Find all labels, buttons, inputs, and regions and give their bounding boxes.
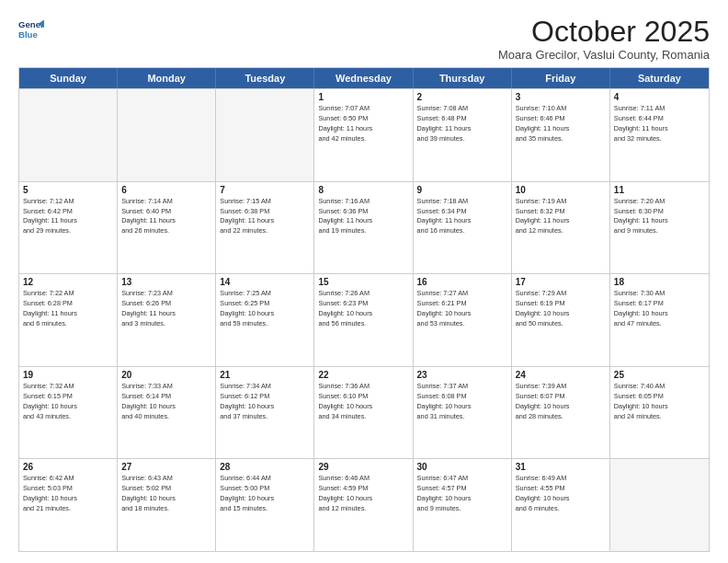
header: General Blue October 2025 Moara Grecilor… [18,17,710,62]
cell-text: Sunset: 5:00 PM [220,484,310,494]
cell-text: Daylight: 11 hours [417,124,507,134]
calendar-cell: 13Sunrise: 7:23 AMSunset: 6:26 PMDayligh… [118,274,216,366]
cell-text: Daylight: 10 hours [516,402,606,412]
day-number: 9 [417,185,507,195]
cell-text: Sunrise: 7:33 AM [121,382,211,392]
calendar-cell: 28Sunrise: 6:44 AMSunset: 5:00 PMDayligh… [216,459,314,551]
cell-text: Daylight: 11 hours [121,216,211,226]
day-number: 25 [614,370,705,380]
cell-text: Sunset: 6:21 PM [417,299,507,309]
cell-text: Sunrise: 7:12 AM [23,197,113,207]
day-number: 11 [614,185,705,195]
cell-text: Sunrise: 7:29 AM [516,289,606,299]
logo: General Blue [18,17,44,42]
cell-text: and 12 minutes. [318,504,408,514]
header-cell-tuesday: Tuesday [216,68,314,88]
cell-text: Sunrise: 7:16 AM [318,197,408,207]
day-number: 13 [121,277,211,287]
cell-text: Daylight: 10 hours [318,309,408,319]
cell-text: Sunrise: 7:30 AM [614,289,705,299]
cell-text: Sunset: 6:15 PM [23,392,113,402]
cell-text: Sunset: 5:03 PM [23,484,113,494]
cell-text: Daylight: 10 hours [516,309,606,319]
cell-text: Daylight: 11 hours [417,216,507,226]
month-title: October 2025 [498,17,710,46]
calendar-cell: 7Sunrise: 7:15 AMSunset: 6:38 PMDaylight… [216,182,314,274]
calendar-cell [216,89,314,181]
cell-text: Sunrise: 7:34 AM [220,382,310,392]
calendar-cell: 26Sunrise: 6:42 AMSunset: 5:03 PMDayligh… [19,459,118,551]
day-number: 27 [121,462,211,472]
day-number: 12 [23,277,113,287]
header-cell-wednesday: Wednesday [314,68,413,88]
cell-text: Sunset: 6:10 PM [318,392,408,402]
cell-text: Sunrise: 7:19 AM [516,197,606,207]
cell-text: Daylight: 11 hours [23,309,113,319]
cell-text: Daylight: 10 hours [417,402,507,412]
calendar-cell: 25Sunrise: 7:40 AMSunset: 6:05 PMDayligh… [610,367,709,459]
cell-text: Sunset: 6:50 PM [318,114,408,124]
calendar-cell: 12Sunrise: 7:22 AMSunset: 6:28 PMDayligh… [19,274,118,366]
calendar-cell: 20Sunrise: 7:33 AMSunset: 6:14 PMDayligh… [118,367,216,459]
cell-text: and 35 minutes. [516,134,606,144]
cell-text: Daylight: 10 hours [614,309,705,319]
cell-text: and 47 minutes. [614,319,705,329]
title-block: October 2025 Moara Grecilor, Vaslui Coun… [498,17,710,62]
cell-text: Sunset: 6:12 PM [220,392,310,402]
cell-text: Daylight: 10 hours [220,402,310,412]
calendar-cell: 1Sunrise: 7:07 AMSunset: 6:50 PMDaylight… [314,89,413,181]
calendar-cell: 22Sunrise: 7:36 AMSunset: 6:10 PMDayligh… [314,367,413,459]
day-number: 5 [23,185,113,195]
cell-text: Sunset: 6:08 PM [417,392,507,402]
cell-text: and 32 minutes. [614,134,705,144]
calendar-cell: 29Sunrise: 6:46 AMSunset: 4:59 PMDayligh… [314,459,413,551]
subtitle: Moara Grecilor, Vaslui County, Romania [498,48,710,62]
day-number: 6 [121,185,211,195]
cell-text: Sunset: 6:28 PM [23,299,113,309]
cell-text: Sunset: 6:30 PM [614,207,705,217]
cell-text: Sunrise: 7:18 AM [417,197,507,207]
day-number: 18 [614,277,705,287]
cell-text: and 53 minutes. [417,319,507,329]
calendar-cell: 10Sunrise: 7:19 AMSunset: 6:32 PMDayligh… [512,182,610,274]
cell-text: Sunset: 6:17 PM [614,299,705,309]
day-number: 17 [516,277,606,287]
calendar-cell: 15Sunrise: 7:26 AMSunset: 6:23 PMDayligh… [314,274,413,366]
day-number: 8 [318,185,408,195]
cell-text: Daylight: 10 hours [318,494,408,504]
cell-text: Sunrise: 6:46 AM [318,474,408,484]
calendar-cell: 30Sunrise: 6:47 AMSunset: 4:57 PMDayligh… [414,459,512,551]
cell-text: Sunset: 6:26 PM [121,299,211,309]
cell-text: Sunset: 6:19 PM [516,299,606,309]
cell-text: Daylight: 11 hours [318,124,408,134]
day-number: 23 [417,370,507,380]
cell-text: Sunrise: 7:10 AM [516,104,606,114]
cell-text: Sunset: 6:48 PM [417,114,507,124]
day-number: 30 [417,462,507,472]
cell-text: Sunset: 6:34 PM [417,207,507,217]
calendar-cell: 4Sunrise: 7:11 AMSunset: 6:44 PMDaylight… [610,89,709,181]
calendar-cell: 9Sunrise: 7:18 AMSunset: 6:34 PMDaylight… [414,182,512,274]
cell-text: Daylight: 11 hours [516,124,606,134]
cell-text: Sunrise: 6:43 AM [121,474,211,484]
cell-text: Sunrise: 7:23 AM [121,289,211,299]
cell-text: Sunset: 6:05 PM [614,392,705,402]
cell-text: Sunset: 6:14 PM [121,392,211,402]
calendar-cell: 17Sunrise: 7:29 AMSunset: 6:19 PMDayligh… [512,274,610,366]
cell-text: Sunrise: 7:32 AM [23,382,113,392]
calendar-cell: 5Sunrise: 7:12 AMSunset: 6:42 PMDaylight… [19,182,118,274]
calendar-cell: 8Sunrise: 7:16 AMSunset: 6:36 PMDaylight… [314,182,413,274]
calendar-cell: 24Sunrise: 7:39 AMSunset: 6:07 PMDayligh… [512,367,610,459]
cell-text: Daylight: 11 hours [614,124,705,134]
cell-text: and 26 minutes. [121,226,211,236]
cell-text: Sunset: 5:02 PM [121,484,211,494]
cell-text: Sunrise: 7:26 AM [318,289,408,299]
cell-text: and 56 minutes. [318,319,408,329]
calendar-cell [118,89,216,181]
cell-text: Sunrise: 6:47 AM [417,474,507,484]
cell-text: and 31 minutes. [417,412,507,422]
cell-text: Sunrise: 6:42 AM [23,474,113,484]
cell-text: and 42 minutes. [318,134,408,144]
cell-text: and 24 minutes. [614,412,705,422]
cell-text: Sunrise: 7:20 AM [614,197,705,207]
